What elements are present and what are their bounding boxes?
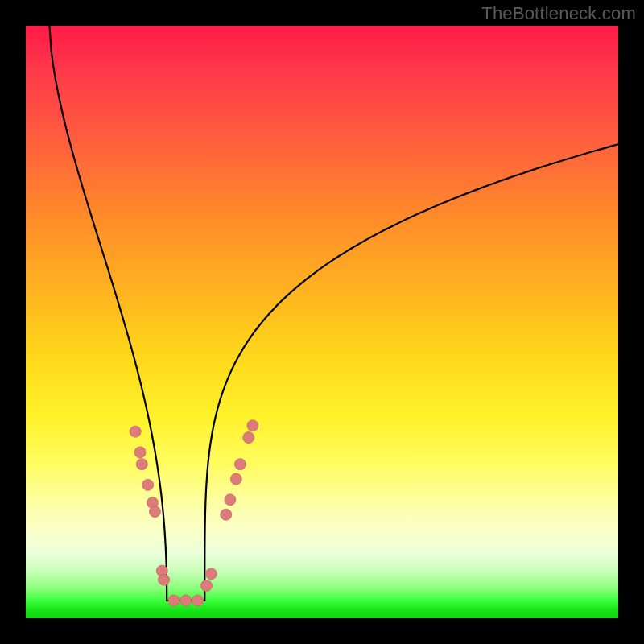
data-dot [136,459,147,470]
data-dots [130,420,258,606]
data-dot [130,426,141,437]
data-dot [149,506,160,518]
data-dot [158,574,169,585]
data-dot [230,473,242,485]
curve-path [49,26,618,601]
data-dot [200,580,212,592]
data-dot [234,459,246,470]
data-dot [192,595,203,606]
watermark-text: TheBottleneck.com [481,3,636,24]
data-dot [142,479,154,490]
data-dot [205,568,217,580]
chart-svg [26,26,618,618]
data-dot [247,420,258,431]
data-dot [225,494,236,506]
data-dot [221,509,232,520]
plot-area [26,26,618,618]
data-dot [180,595,192,606]
data-dot [168,595,180,606]
chart-frame: TheBottleneck.com [0,0,644,644]
bottleneck-curve [49,26,618,601]
data-dot [243,432,254,444]
data-dot [134,447,146,458]
